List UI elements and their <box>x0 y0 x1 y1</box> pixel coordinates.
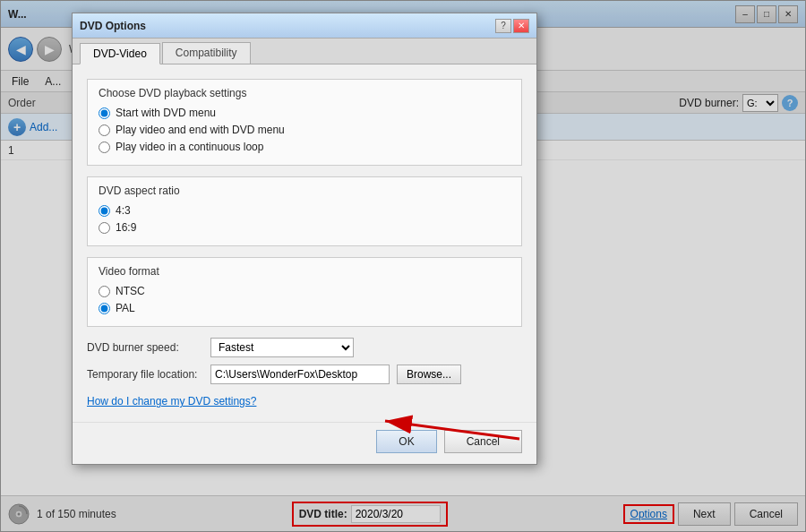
radio-4-3: 4:3 <box>99 204 510 217</box>
radio-pal-input[interactable] <box>99 303 110 314</box>
temp-location-input[interactable] <box>210 365 390 384</box>
tab-dvd-video[interactable]: DVD-Video <box>80 43 160 64</box>
radio-pal: PAL <box>99 302 510 314</box>
playback-settings-group: Choose DVD playback settings Start with … <box>87 79 522 166</box>
radio-pal-label: PAL <box>116 302 135 314</box>
playback-group-title: Choose DVD playback settings <box>99 87 510 99</box>
radio-play-end-menu-label: Play video and end with DVD menu <box>116 124 285 136</box>
modal-title: DVD Options <box>80 20 146 32</box>
radio-ntsc-input[interactable] <box>99 286 110 297</box>
modal-body: Choose DVD playback settings Start with … <box>73 64 536 422</box>
radio-continuous-loop-label: Play video in a continuous loop <box>116 141 263 153</box>
temp-location-row: Temporary file location: Browse... <box>87 365 522 384</box>
tab-compatibility[interactable]: Compatibility <box>162 42 251 64</box>
radio-16-9-label: 16:9 <box>116 221 136 234</box>
modal-overlay: DVD Options ? ✕ DVD-Video Compatibility … <box>0 0 806 532</box>
radio-16-9-input[interactable] <box>99 222 110 234</box>
ok-button[interactable]: OK <box>376 430 436 453</box>
video-format-title: Video format <box>99 265 510 278</box>
radio-play-end-menu: Play video and end with DVD menu <box>99 124 510 136</box>
temp-location-label: Temporary file location: <box>87 368 203 381</box>
aspect-group-title: DVD aspect ratio <box>99 184 510 197</box>
radio-4-3-label: 4:3 <box>116 204 131 217</box>
burner-speed-select[interactable]: Fastest Fast Medium Slow <box>210 338 354 357</box>
video-format-group: Video format NTSC PAL <box>87 257 522 327</box>
dialog-cancel-button[interactable]: Cancel <box>444 430 522 453</box>
radio-ntsc-label: NTSC <box>116 285 145 297</box>
modal-help-button[interactable]: ? <box>495 19 511 33</box>
modal-titlebar: DVD Options ? ✕ <box>73 13 536 39</box>
radio-continuous-loop-input[interactable] <box>99 142 110 153</box>
browse-button[interactable]: Browse... <box>397 365 461 384</box>
modal-footer: OK Cancel <box>73 422 536 464</box>
modal-titlebar-controls: ? ✕ <box>495 19 529 33</box>
radio-16-9: 16:9 <box>99 221 510 234</box>
aspect-ratio-group: DVD aspect ratio 4:3 16:9 <box>87 176 522 246</box>
radio-play-end-menu-input[interactable] <box>99 124 110 136</box>
dvd-options-dialog: DVD Options ? ✕ DVD-Video Compatibility … <box>72 13 537 465</box>
modal-tabs: DVD-Video Compatibility <box>73 39 536 64</box>
radio-4-3-input[interactable] <box>99 205 110 217</box>
help-link[interactable]: How do I change my DVD settings? <box>87 395 256 408</box>
burner-speed-row: DVD burner speed: Fastest Fast Medium Sl… <box>87 338 522 357</box>
radio-start-with-menu-label: Start with DVD menu <box>116 107 216 119</box>
radio-start-with-menu-input[interactable] <box>99 107 110 119</box>
radio-start-with-menu: Start with DVD menu <box>99 107 510 119</box>
burner-speed-label: DVD burner speed: <box>87 341 203 354</box>
radio-continuous-loop: Play video in a continuous loop <box>99 141 510 153</box>
modal-close-button[interactable]: ✕ <box>513 19 529 33</box>
radio-ntsc: NTSC <box>99 285 510 297</box>
